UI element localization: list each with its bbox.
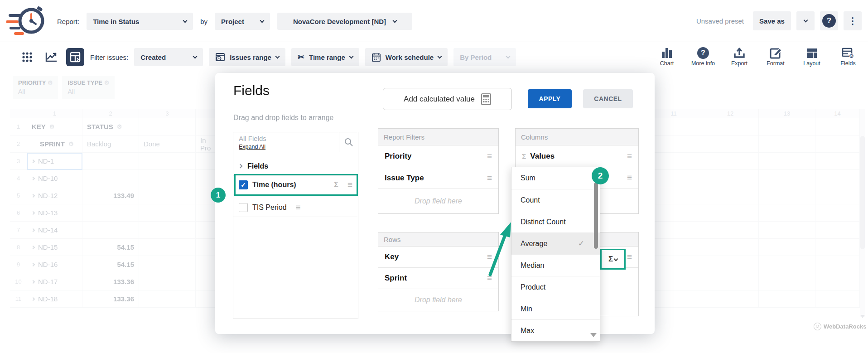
table-row: 11 ND-18 133.36 bbox=[10, 290, 215, 308]
chevron-down-icon bbox=[803, 18, 808, 22]
question-icon: ? bbox=[822, 14, 836, 28]
time-range-dropdown[interactable]: ✂ Time range bbox=[291, 48, 359, 66]
menu-item-median[interactable]: Median bbox=[511, 254, 600, 276]
checkbox-checked-icon[interactable]: ✓ bbox=[239, 180, 248, 189]
field-key[interactable]: Key ≡ bbox=[378, 247, 498, 268]
question-icon: ? bbox=[697, 47, 709, 59]
gear-icon: ⚙ bbox=[48, 79, 53, 86]
columns-header: Columns bbox=[516, 129, 638, 145]
export-icon bbox=[733, 47, 745, 59]
issue-type-filter: ISSUE TYPE ⚙ All bbox=[62, 76, 115, 99]
step-badge-1: 1 bbox=[211, 188, 226, 203]
chart-view-button[interactable] bbox=[42, 48, 60, 66]
aggregation-menu: Sum Count Distinct Count Average ✓ Media… bbox=[511, 167, 600, 342]
pivot-view-button[interactable] bbox=[66, 48, 84, 66]
search-button[interactable] bbox=[339, 132, 358, 152]
table-row: 3 ND-1 bbox=[10, 153, 215, 170]
tool-chart[interactable]: Chart bbox=[655, 46, 679, 67]
edit-icon bbox=[770, 47, 781, 59]
fields-tree-root[interactable]: Fields bbox=[233, 157, 358, 176]
all-fields-panel: All Fields Expand All Fields ✓ Time (hou… bbox=[233, 132, 358, 319]
add-calculated-value-button[interactable]: Add calculated value bbox=[383, 88, 512, 110]
more-menu-button[interactable]: ⋮ bbox=[844, 11, 862, 30]
drag-handle-icon[interactable]: ≡ bbox=[487, 273, 492, 283]
chevron-right-icon bbox=[238, 164, 243, 169]
field-sprint[interactable]: Sprint ≡ bbox=[378, 268, 498, 289]
help-button[interactable]: ? bbox=[820, 11, 838, 30]
pivot-table-icon bbox=[70, 52, 81, 63]
tool-export[interactable]: Export bbox=[728, 46, 751, 67]
scrollbar-down-arrow-icon[interactable] bbox=[860, 315, 865, 318]
aggregation-selector-button[interactable]: Σ bbox=[600, 249, 626, 270]
save-options-button[interactable] bbox=[796, 11, 815, 30]
menu-item-sum[interactable]: Sum bbox=[511, 167, 600, 189]
gear-icon: ⚙ bbox=[104, 79, 110, 86]
issues-range-dropdown[interactable]: Issues range bbox=[209, 48, 285, 66]
sigma-icon[interactable]: Σ bbox=[334, 181, 338, 189]
work-schedule-dropdown[interactable]: Work schedule bbox=[365, 48, 448, 66]
tool-format[interactable]: Format bbox=[764, 46, 787, 67]
drag-handle-icon[interactable]: ≡ bbox=[487, 151, 492, 161]
menu-item-average[interactable]: Average ✓ bbox=[511, 232, 600, 254]
calendar-clock-icon bbox=[215, 52, 225, 62]
tool-layout[interactable]: Layout bbox=[800, 46, 824, 67]
sigma-icon: Σ bbox=[608, 255, 613, 264]
report-filters-panel: Report Filters Priority ≡ Issue Type ≡ D… bbox=[378, 128, 499, 214]
filter-issues-label: Filter issues: bbox=[90, 53, 128, 61]
scope-dropdown[interactable]: Project bbox=[215, 13, 270, 30]
calendar-icon bbox=[371, 53, 381, 62]
report-filters-header: Report Filters bbox=[378, 129, 498, 145]
field-issue-type[interactable]: Issue Type ≡ bbox=[378, 167, 498, 189]
cancel-button[interactable]: CANCEL bbox=[583, 89, 633, 108]
grid-right-section: 11 12 13 14 bbox=[646, 109, 860, 308]
grid-dots-icon bbox=[22, 52, 33, 63]
field-values[interactable]: Σ Values ≡ bbox=[516, 145, 638, 167]
checkbox-unchecked-icon[interactable] bbox=[239, 203, 248, 212]
field-item-time-hours[interactable]: ✓ Time (hours) Σ ≡ bbox=[233, 176, 358, 194]
project-dropdown[interactable]: NovaCore Development [ND] bbox=[277, 13, 412, 30]
save-as-button[interactable]: Save as bbox=[753, 11, 791, 30]
table-row: 5 ND-12 133.49 bbox=[10, 187, 215, 204]
table-row: 6 ND-13 bbox=[10, 204, 215, 222]
scrollbar-thumb[interactable] bbox=[860, 136, 865, 249]
calculator-icon bbox=[481, 93, 491, 105]
created-filter-dropdown[interactable]: Created bbox=[134, 48, 203, 66]
tool-fields[interactable]: ⚙ Fields bbox=[836, 46, 860, 67]
table-row: 8 ND-15 54.15 bbox=[10, 239, 215, 256]
drag-handle-icon[interactable]: ≡ bbox=[627, 173, 632, 183]
sigma-icon: Σ bbox=[522, 152, 526, 160]
menu-scroll-down-icon[interactable] bbox=[590, 333, 597, 337]
line-chart-icon bbox=[45, 52, 58, 63]
drag-handle-icon[interactable]: ≡ bbox=[296, 203, 301, 213]
drop-field-hint: Drop field here bbox=[378, 189, 498, 213]
menu-item-min[interactable]: Min bbox=[511, 298, 600, 319]
layout-icon bbox=[806, 47, 818, 59]
grid-view-button[interactable] bbox=[18, 48, 36, 66]
drag-handle-icon[interactable]: ≡ bbox=[347, 180, 352, 190]
apply-button[interactable]: APPLY bbox=[528, 89, 572, 108]
menu-scrollbar-thumb[interactable] bbox=[594, 183, 598, 249]
report-label: Report: bbox=[57, 18, 79, 25]
table-row: 4 ND-10 bbox=[10, 170, 215, 187]
svg-text:⚙: ⚙ bbox=[849, 53, 854, 59]
app-logo[interactable] bbox=[6, 3, 48, 41]
tool-more-info[interactable]: ? More info bbox=[691, 46, 715, 67]
report-type-dropdown[interactable]: Time in Status bbox=[87, 13, 193, 30]
expand-all-link[interactable]: Expand All bbox=[239, 144, 265, 150]
drag-handle-icon[interactable]: ≡ bbox=[627, 151, 632, 161]
kebab-icon: ⋮ bbox=[848, 15, 857, 26]
drag-handle-icon[interactable]: ≡ bbox=[627, 252, 632, 262]
drag-handle-icon[interactable]: ≡ bbox=[487, 173, 492, 183]
drag-handle-icon[interactable]: ≡ bbox=[487, 252, 492, 262]
menu-item-product[interactable]: Product bbox=[511, 276, 600, 298]
column-numbers-row: 1 2 3 bbox=[10, 109, 215, 118]
menu-item-distinct-count[interactable]: Distinct Count bbox=[511, 211, 600, 232]
all-fields-header: All Fields bbox=[239, 135, 339, 142]
grid-vertical-scrollbar[interactable] bbox=[860, 109, 865, 317]
gear-icon: ⚙ bbox=[68, 140, 74, 147]
menu-item-count[interactable]: Count bbox=[511, 189, 600, 211]
rows-header: Rows bbox=[378, 232, 498, 247]
field-item-tis-period[interactable]: TIS Period ≡ bbox=[233, 198, 358, 217]
menu-item-max[interactable]: Max bbox=[511, 319, 600, 341]
field-priority[interactable]: Priority ≡ bbox=[378, 145, 498, 167]
